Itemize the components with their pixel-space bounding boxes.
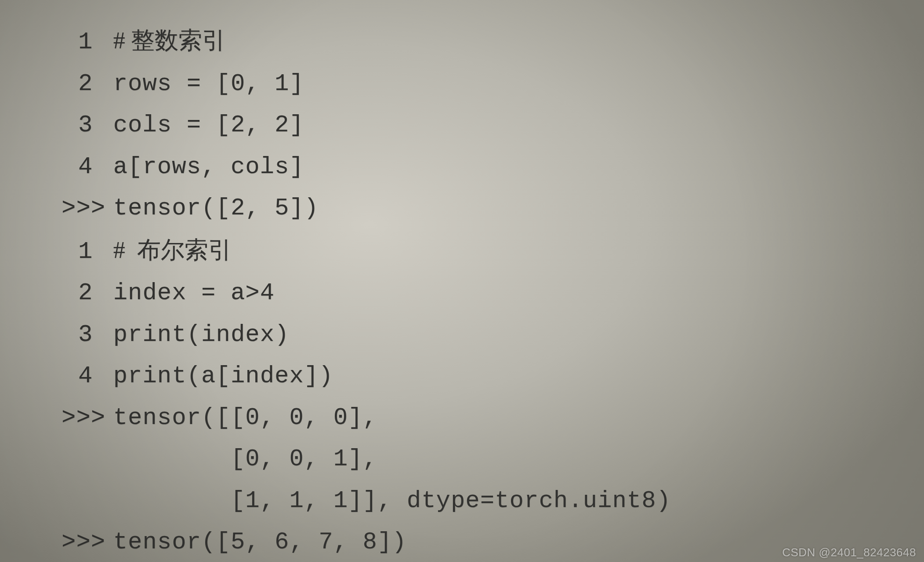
line-label: >>> bbox=[62, 397, 93, 439]
code-line: [0, 0, 1], bbox=[62, 439, 924, 480]
line-label: >>> bbox=[62, 522, 93, 562]
code-line: 3 cols = [2, 2] bbox=[62, 105, 924, 146]
code-line: 1 # 布尔索引 bbox=[62, 229, 924, 273]
page-photograph: 1 # 整数索引 2 rows = [0, 1] 3 cols = [2, 2]… bbox=[0, 0, 924, 562]
code-line: 4 a[rows, cols] bbox=[62, 146, 924, 188]
line-label: 2 bbox=[62, 63, 93, 105]
code-line: 2 index = a>4 bbox=[62, 272, 924, 314]
code-line: 3 print(index) bbox=[62, 314, 924, 356]
watermark-text: CSDN @2401_82423648 bbox=[782, 546, 916, 559]
code-line: [1, 1, 1]], dtype=torch.uint8) bbox=[62, 480, 924, 522]
line-text: cols = [2, 2] bbox=[113, 112, 304, 138]
line-text: a[rows, cols] bbox=[113, 153, 304, 180]
code-line: 1 # 整数索引 bbox=[62, 20, 924, 63]
code-line: 2 rows = [0, 1] bbox=[62, 63, 924, 105]
line-label: 1 bbox=[62, 231, 93, 273]
line-text: tensor([2, 5]) bbox=[113, 195, 319, 221]
line-label: 4 bbox=[62, 355, 93, 397]
line-text: tensor([5, 6, 7, 8]) bbox=[113, 529, 407, 555]
line-label: 2 bbox=[62, 272, 93, 314]
line-label: >>> bbox=[62, 188, 93, 229]
line-text: # 整数索引 bbox=[113, 27, 226, 54]
line-label: 1 bbox=[62, 22, 93, 63]
line-text: tensor([[0, 0, 0], bbox=[113, 404, 377, 431]
line-text: index = a>4 bbox=[113, 279, 275, 306]
line-text: rows = [0, 1] bbox=[113, 70, 304, 97]
line-text: [1, 1, 1]], dtype=torch.uint8) bbox=[113, 487, 671, 514]
line-label: 4 bbox=[62, 146, 93, 188]
line-text: [0, 0, 1], bbox=[113, 446, 377, 472]
code-line: 4 print(a[index]) bbox=[62, 355, 924, 397]
code-line: >>> tensor([2, 5]) bbox=[62, 188, 924, 229]
line-label: 3 bbox=[62, 314, 93, 356]
line-text: print(index) bbox=[113, 321, 290, 348]
code-line: >>> tensor([[0, 0, 0], bbox=[62, 397, 924, 439]
line-text: print(a[index]) bbox=[113, 363, 333, 389]
line-label: 3 bbox=[62, 105, 93, 146]
line-text: # 布尔索引 bbox=[113, 237, 232, 263]
